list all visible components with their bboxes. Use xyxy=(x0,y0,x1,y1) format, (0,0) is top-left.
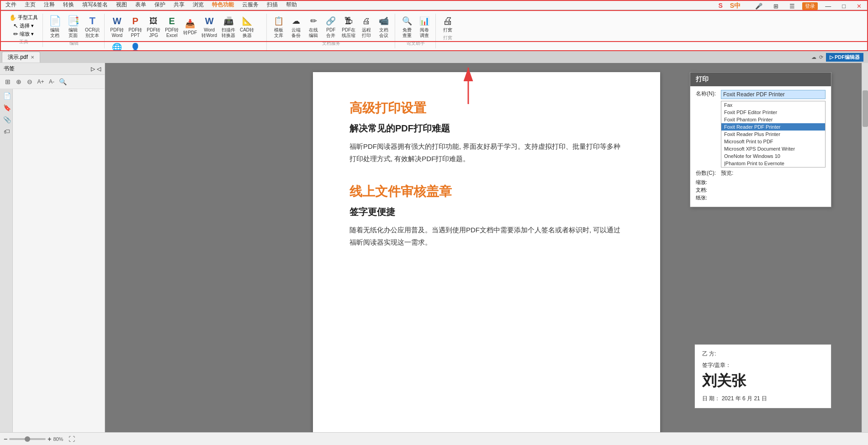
cad-convert-btn[interactable]: 📐 CAD转换器 xyxy=(238,14,256,39)
sidebar-grid-btn[interactable]: ⊞ xyxy=(3,77,13,87)
survey-btn[interactable]: 📊 阅卷调查 xyxy=(416,14,433,39)
zoom-slider-thumb[interactable] xyxy=(25,436,30,442)
sidebar-font-smaller-btn[interactable]: A- xyxy=(47,77,57,87)
doc-tab[interactable]: 演示.pdf ✕ xyxy=(2,52,40,63)
pdf-translate-btn[interactable]: 🌐 PDF文档翻译 xyxy=(108,40,126,51)
edit-doc-btn[interactable]: 📄 编辑文档 xyxy=(47,14,63,39)
group-label-print: 打窝 xyxy=(443,35,452,41)
sidebar-add-btn[interactable]: ⊕ xyxy=(14,77,24,87)
scan-convert-btn[interactable]: 📠 扫描件转换器 xyxy=(220,14,237,39)
hand-tool-btn[interactable]: ✋ 手型工具 xyxy=(7,14,40,21)
sidebar-font-larger-btn[interactable]: A+ xyxy=(36,77,46,87)
window-close[interactable]: ✕ xyxy=(853,2,865,10)
sidebar-search-btn[interactable]: 🔍 xyxy=(58,77,68,87)
word-to-word-btn[interactable]: W Word转Word xyxy=(200,14,219,39)
nav-page-icon[interactable]: 📄 xyxy=(2,91,12,101)
pdf-compress-btn[interactable]: 🗜 PDF在线压缩 xyxy=(340,14,357,39)
printer-fax[interactable]: Fax xyxy=(721,101,825,109)
pdf-to-excel-btn[interactable]: E PDF转Excel xyxy=(163,14,180,39)
tab-close-btn[interactable]: ✕ xyxy=(31,55,34,60)
online-edit-btn[interactable]: ✏ 在线编辑 xyxy=(305,14,322,39)
nav-tag-icon[interactable]: 🏷 xyxy=(2,126,12,136)
menu-home[interactable]: 主页 xyxy=(21,0,39,10)
group-label-edit: 编辑 xyxy=(69,40,79,47)
print-btn[interactable]: 🖨 打窝 xyxy=(439,14,456,34)
menu-annotate[interactable]: 注释 xyxy=(40,0,58,10)
printer-ms-xps[interactable]: Microsoft XPS Document Writer xyxy=(721,145,825,152)
menu-cloud[interactable]: 云服务 xyxy=(238,0,262,10)
menu-help[interactable]: 帮助 xyxy=(282,0,301,10)
login-btn[interactable]: 登录 xyxy=(802,2,818,10)
mic-icon[interactable]: 🎤 xyxy=(752,2,766,10)
scrollbar-thumb[interactable] xyxy=(863,90,868,127)
zoom-slider-track[interactable] xyxy=(9,438,46,440)
window-max[interactable]: □ xyxy=(838,2,849,10)
section1-body: 福昕PDF阅读器拥有强大的打印功能, 界面友好易于学习。支持虚拟打印、批量打印等… xyxy=(349,140,624,165)
cloud-icon: ☁ xyxy=(811,54,816,60)
preview-label: 预览: xyxy=(721,169,733,177)
sidebar-expand-btn[interactable]: ▷ xyxy=(91,66,95,72)
doc-meeting-btn[interactable]: 📹 文档会议 xyxy=(376,14,392,39)
ocr-btn[interactable]: T OCR识别文本 xyxy=(83,14,101,39)
menu-special[interactable]: 特色功能 xyxy=(208,0,238,10)
menu-view[interactable]: 视图 xyxy=(112,0,131,10)
zoom-minus-btn[interactable]: − xyxy=(4,435,7,443)
print-list-container: Fax Foxit PDF Editor Printer Foxit Phant… xyxy=(721,101,826,168)
cloud-backup-btn[interactable]: ☁ 云端备份 xyxy=(288,14,304,39)
window-min[interactable]: — xyxy=(821,2,835,10)
nav-bookmark-icon[interactable]: 🔖 xyxy=(2,103,12,113)
print-copies-row: 份数(C): 预览: xyxy=(696,169,826,177)
section2-title: 线上文件审核盖章 xyxy=(349,183,624,200)
remote-print-btn[interactable]: 🖨 远程打印 xyxy=(358,14,375,39)
menu-scan[interactable]: 扫描 xyxy=(263,0,281,10)
pdf-to-ppt-btn[interactable]: P PDF转PPT xyxy=(127,14,144,39)
pdf-merge-btn[interactable]: 🔗 PDF合并 xyxy=(323,14,339,39)
sidebar-remove-btn[interactable]: ⊖ xyxy=(25,77,35,87)
menu-share[interactable]: 共享 xyxy=(170,0,188,10)
free-check-btn[interactable]: 🔍 免费查重 xyxy=(399,14,415,39)
sidebar-content xyxy=(13,89,105,445)
sign-label: 签字/盖章： xyxy=(702,361,824,369)
edit-page-btn[interactable]: 📑 编辑页面 xyxy=(65,14,81,39)
template-lib-btn[interactable]: 📋 模板文库 xyxy=(270,14,287,39)
menu-icon[interactable]: ☰ xyxy=(786,2,799,10)
sidebar-collapse-btn[interactable]: ◁ xyxy=(97,66,101,72)
status-bar: − + 80% ⛶ xyxy=(0,432,868,445)
date-label: 日 期： xyxy=(702,395,720,402)
printer-foxit-reader[interactable]: Foxit Reader PDF Printer xyxy=(721,123,825,131)
printer-ms-pdf[interactable]: Microsoft Print to PDF xyxy=(721,138,825,145)
printer-foxit-editor[interactable]: Foxit PDF Editor Printer xyxy=(721,109,825,116)
printer-foxit-phantom[interactable]: Foxit Phantom Printer xyxy=(721,116,825,123)
menu-browse[interactable]: 浏览 xyxy=(189,0,207,10)
sign-name: 刘关张 xyxy=(702,371,824,391)
pro-translate-btn[interactable]: 👤 专业人工翻译 xyxy=(127,40,144,51)
select-tool-btn[interactable]: ↖ 选择 ▾ xyxy=(11,22,36,30)
menu-convert[interactable]: 转换 xyxy=(59,0,78,10)
nav-attach-icon[interactable]: 📎 xyxy=(2,115,12,125)
print-name-value: Foxit Reader PDF Printer xyxy=(721,90,826,99)
printer-onenote[interactable]: OneNote for Windows 10 xyxy=(721,152,825,160)
fullscreen-btn[interactable]: ⛶ xyxy=(69,435,75,443)
etop-label: 乙 方: xyxy=(702,350,824,358)
menu-protect[interactable]: 保护 xyxy=(151,0,169,10)
print-copies-val: 预览: xyxy=(721,169,826,177)
sidebar: 书签 ▷ ◁ ⊞ ⊕ ⊖ A+ A- 🔍 📄 🔖 📎 🏷 xyxy=(0,63,105,445)
ribbon-group-edit: 📄 编辑文档 📑 编辑页面 T OCR识别文本 编辑 xyxy=(44,14,105,48)
printer-name-input[interactable]: Foxit Reader PDF Printer xyxy=(721,90,826,99)
grid-icon[interactable]: ⊞ xyxy=(770,2,782,10)
printer-evernote[interactable]: |Phantom Print to Evernote xyxy=(721,160,825,167)
menu-fill-sign[interactable]: 填写&签名 xyxy=(79,0,111,10)
menu-form[interactable]: 表单 xyxy=(132,0,150,10)
printer-foxit-plus[interactable]: Foxit Reader Plus Printer xyxy=(721,131,825,138)
print-meta-row: 缩放: 文档: 纸张: xyxy=(696,179,826,201)
zoom-plus-btn[interactable]: + xyxy=(48,435,51,443)
menu-file[interactable]: 文件 xyxy=(2,0,20,10)
sync-icon: ⟳ xyxy=(819,54,823,60)
edit-tool-btn[interactable]: ✏ 缩放 ▾ xyxy=(11,30,36,38)
pdf-to-word-btn[interactable]: W PDF转Word xyxy=(108,14,126,39)
vertical-scrollbar[interactable] xyxy=(862,63,868,432)
pdf-to-jpg-btn[interactable]: 🖼 PDF转JPG xyxy=(145,14,162,39)
sidebar-title: 书签 xyxy=(4,65,15,73)
to-pdf-btn[interactable]: 📥 转PDF xyxy=(181,16,199,37)
ribbon-group-convert: W PDF转Word P PDF转PPT 🖼 PDF转JPG E PDF转Exc… xyxy=(106,14,267,51)
